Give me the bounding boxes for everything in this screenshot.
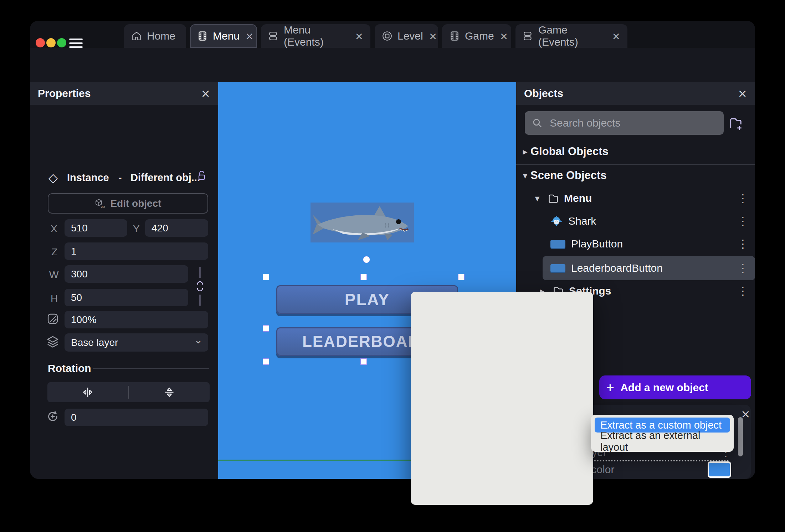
external-layout-icon <box>382 31 392 41</box>
selection-handle-top-left[interactable] <box>263 274 269 280</box>
y-input[interactable]: 420 <box>145 219 208 237</box>
x-label: X <box>51 223 57 235</box>
search-objects-input[interactable] <box>549 117 700 129</box>
link-width-height-icon[interactable] <box>195 266 205 306</box>
close-tab-icon[interactable]: × <box>245 30 253 42</box>
object-row-playbutton[interactable]: PlayButton ⋮ <box>516 233 755 255</box>
folder-row-menu[interactable]: ▾ Menu ⋮ <box>516 188 755 209</box>
minimize-window-button[interactable] <box>46 38 56 47</box>
tab-level[interactable]: Level × <box>375 24 438 48</box>
selection-handle-bottom-center[interactable] <box>360 358 367 365</box>
tab-label: Level <box>397 30 423 42</box>
search-objects-box[interactable] <box>525 111 724 135</box>
scrollbar-thumb[interactable] <box>738 417 743 456</box>
tab-label: Game <box>465 30 494 42</box>
main-menu-icon[interactable] <box>69 39 83 48</box>
plus-icon: + <box>606 381 615 394</box>
flip-vertical-icon <box>163 386 176 399</box>
flip-buttons-bar <box>47 382 210 402</box>
chevron-down-icon: ⌄ <box>194 334 202 346</box>
selection-handle-top-center[interactable] <box>360 274 367 280</box>
caret-right-icon: ▸ <box>520 146 530 157</box>
extract-submenu: Extract as a custom object Extract as an… <box>591 415 734 452</box>
y-label: Y <box>133 223 140 235</box>
close-icon[interactable]: × <box>201 87 210 100</box>
section-divider <box>93 368 209 369</box>
close-tab-icon[interactable]: × <box>612 30 620 42</box>
layer-select[interactable]: Base layer ⌄ <box>65 333 208 352</box>
button-thumbnail-icon <box>550 240 565 248</box>
folder-icon <box>548 193 559 204</box>
background-color-swatch[interactable] <box>708 461 731 478</box>
tab-game-events[interactable]: Game (Events) × <box>515 24 627 48</box>
tab-label: Menu <box>213 30 240 42</box>
close-tab-icon[interactable]: × <box>500 30 508 42</box>
scene-icon <box>449 31 460 41</box>
diamond-icon: ◇ <box>48 170 58 185</box>
flip-vertical-button[interactable] <box>129 386 210 399</box>
shark-thumbnail-icon <box>550 215 563 227</box>
svg-text:2D: 2D <box>101 205 105 209</box>
tab-home[interactable]: Home <box>124 24 186 48</box>
properties-panel: Properties × ◇ Instance - Different obj.… <box>30 82 218 479</box>
x-input[interactable]: 510 <box>65 219 127 237</box>
tab-menu-events[interactable]: Menu (Events) × <box>261 24 370 48</box>
home-icon <box>131 31 142 41</box>
close-icon[interactable]: × <box>738 87 747 100</box>
row-menu-icon[interactable]: ⋮ <box>737 215 749 227</box>
rotation-handle[interactable] <box>363 256 370 263</box>
selection-handle-top-right[interactable] <box>458 274 465 280</box>
objects-title: Objects <box>524 87 563 99</box>
edit-object-button[interactable]: 2D Edit object <box>48 193 208 214</box>
opacity-input[interactable]: 100% <box>65 311 208 328</box>
shark-instance[interactable] <box>311 203 414 242</box>
add-folder-icon[interactable] <box>729 116 743 131</box>
z-order-input[interactable]: 1 <box>65 242 208 260</box>
selection-handle-bottom-left[interactable] <box>263 358 269 365</box>
instance-object-name: Different obj... <box>130 172 200 184</box>
object-row-leaderboardbutton[interactable]: LeaderboardButton ⋮ <box>516 257 755 279</box>
flip-horizontal-button[interactable] <box>47 386 128 399</box>
search-icon <box>532 118 543 128</box>
submenu-item-extract-external-layout[interactable]: Extract as an external layout <box>595 434 730 449</box>
cube-2d-icon: 2D <box>94 198 105 209</box>
toolbar: Preview Share <box>30 48 755 82</box>
height-input[interactable]: 50 <box>65 289 188 306</box>
tab-label: Menu (Events) <box>284 24 349 48</box>
add-new-object-button[interactable]: + Add a new object <box>599 375 751 399</box>
opacity-icon <box>46 312 59 325</box>
tab-label: Game (Events) <box>538 24 606 48</box>
zoom-window-button[interactable] <box>57 38 66 47</box>
close-window-button[interactable] <box>36 38 45 47</box>
width-label: W <box>49 269 58 281</box>
events-icon <box>523 31 533 41</box>
edit-object-label: Edit object <box>110 198 161 209</box>
selection-handle-middle-left[interactable] <box>263 325 269 332</box>
events-icon <box>268 31 279 41</box>
width-input[interactable]: 300 <box>65 265 188 283</box>
caret-down-icon: ▾ <box>520 170 530 181</box>
object-row-shark[interactable]: Shark ⋮ <box>516 210 755 232</box>
close-tab-icon[interactable]: × <box>355 30 363 42</box>
row-menu-icon[interactable]: ⋮ <box>737 285 749 297</box>
instance-type-label: Instance <box>67 172 109 184</box>
properties-title: Properties <box>38 87 91 99</box>
tab-label: Home <box>147 30 175 42</box>
height-label: H <box>51 293 58 304</box>
row-menu-icon[interactable]: ⋮ <box>737 262 749 274</box>
lock-open-icon[interactable] <box>196 170 207 181</box>
gdevelop-window: Home Menu × Menu (Events) × Level × Game… <box>30 21 755 479</box>
scene-objects-section[interactable]: ▾ Scene Objects <box>516 165 755 186</box>
rotate-icon <box>46 409 60 424</box>
screenshot-root: Home Menu × Menu (Events) × Level × Game… <box>0 0 785 532</box>
tab-game[interactable]: Game × <box>442 24 511 48</box>
layers-icon <box>46 335 59 348</box>
row-menu-icon[interactable]: ⋮ <box>737 238 749 250</box>
global-objects-section[interactable]: ▸ Global Objects <box>516 141 755 162</box>
instance-separator: - <box>118 172 122 184</box>
tab-menu[interactable]: Menu × <box>190 24 257 48</box>
rotation-input[interactable]: 0 <box>65 409 208 426</box>
shark-sprite <box>311 203 414 242</box>
row-menu-icon[interactable]: ⋮ <box>737 193 749 204</box>
close-tab-icon[interactable]: × <box>429 30 437 42</box>
